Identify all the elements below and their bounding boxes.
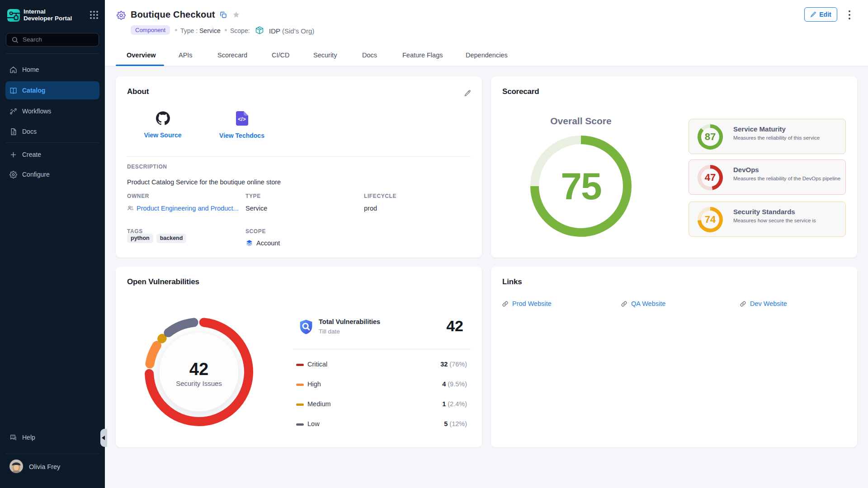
- svg-text:?: ?: [12, 435, 14, 438]
- svg-text:</>: </>: [238, 116, 245, 122]
